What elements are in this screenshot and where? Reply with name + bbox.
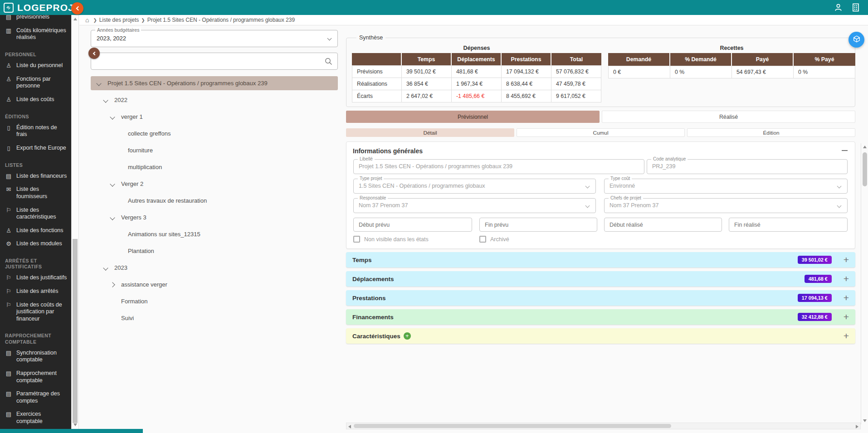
expand-plus-icon[interactable]: + <box>844 311 849 322</box>
expand-plus-icon[interactable]: + <box>844 331 849 341</box>
sidebar-collapse-button[interactable] <box>71 2 83 15</box>
sidebar-scrollbar-thumb[interactable] <box>73 239 78 423</box>
tree-item[interactable]: Projet 1.5 Sites CEN - Opérations / prog… <box>91 76 338 90</box>
tree-item[interactable]: Suivi <box>91 311 338 325</box>
tree-item[interactable]: 2023 <box>91 261 338 275</box>
user-account-icon[interactable] <box>834 3 843 12</box>
sidebar-item[interactable]: PERSONNEL <box>0 44 71 59</box>
tree-search-input[interactable] <box>91 53 338 70</box>
tree-item[interactable]: collecte greffons <box>91 126 338 141</box>
mode-tab[interactable]: Détail <box>346 128 514 137</box>
sidebar-item[interactable]: Liste des fonctions <box>0 224 71 238</box>
module-fab-button[interactable] <box>848 32 864 48</box>
fin-prevu-input[interactable]: Fin prévu <box>479 218 597 232</box>
sidebar-item[interactable]: Liste des caractéristiques <box>0 204 71 224</box>
tree-item[interactable]: verger 1 <box>91 110 338 124</box>
organization-icon[interactable] <box>852 3 860 12</box>
non-visible-checkbox[interactable]: Non visible dans les états <box>353 236 429 243</box>
fin-realise-input[interactable]: Fin réalisé <box>729 218 848 232</box>
sidebar-item[interactable]: Liste du personnel <box>0 59 71 73</box>
breadcrumb-link[interactable]: Liste des projets <box>99 17 139 23</box>
sidebar-scrollbar[interactable] <box>71 15 79 429</box>
scroll-left-icon[interactable] <box>348 425 351 428</box>
checkbox-icon[interactable] <box>353 236 360 243</box>
sidebar-item[interactable]: Fonctions par personne <box>0 73 71 93</box>
debut-realise-input[interactable]: Début réalisé <box>604 218 722 232</box>
tree-item[interactable]: Formation <box>91 294 338 308</box>
type-cout-select[interactable]: Type coût Environné <box>604 179 848 194</box>
scroll-down-icon[interactable] <box>73 423 77 426</box>
tree-item[interactable]: fourniture <box>91 143 338 157</box>
accordion-header[interactable]: Caractéristiques + + <box>346 328 855 344</box>
vertical-scrollbar-thumb[interactable] <box>863 152 867 186</box>
tree-expand-icon[interactable] <box>103 265 108 270</box>
tree-item[interactable]: Animations sur sites_12315 <box>91 227 338 241</box>
sidebar-item[interactable]: RAPPROCHEMENT COMPTABLE <box>0 326 71 346</box>
mode-tab[interactable]: Édition <box>687 128 855 137</box>
sidebar-item[interactable]: Liste des coûts <box>0 93 71 107</box>
sidebar-item[interactable]: ARRÊTÉS ET JUSTIFICATIFS <box>0 251 71 271</box>
accordion-header[interactable]: Financements 32 412,88 € + <box>346 309 855 325</box>
budget-years-select[interactable]: Années budgétaires 2023, 2022 <box>91 30 338 47</box>
responsable-select[interactable]: Responsable Nom 37 Prenom 37 <box>353 198 596 213</box>
sidebar-item[interactable]: Liste des financeurs <box>0 170 71 183</box>
expand-plus-icon[interactable]: + <box>844 292 849 303</box>
sidebar-item[interactable]: Liste des justificatifs <box>0 271 71 285</box>
sidebar-item[interactable]: Export fiche Europe <box>0 141 71 155</box>
archive-checkbox[interactable]: Archivé <box>479 236 509 243</box>
tree-item[interactable]: Plantation <box>91 244 338 258</box>
sidebar-item[interactable]: Édition notes de frais <box>0 121 71 141</box>
sidebar-item[interactable]: Coûts kilométriques réalisés <box>0 24 71 44</box>
sidebar-item[interactable]: Paramétrage des comptes <box>0 387 71 408</box>
recettes-header-row: Demandé% DemandéPayé% Payé <box>608 53 855 66</box>
collapse-panel-icon[interactable] <box>842 150 848 151</box>
sidebar-item[interactable]: Exercices comptable <box>0 408 71 428</box>
sidebar-item[interactable]: LISTES <box>0 155 71 170</box>
tree-expand-icon[interactable] <box>110 114 115 119</box>
horizontal-scrollbar-thumb[interactable] <box>354 424 671 428</box>
sidebar-item[interactable]: Synchronisation comptable <box>0 346 71 367</box>
scroll-down-icon[interactable] <box>863 419 867 422</box>
tree-item[interactable]: Vergers 3 <box>91 210 338 224</box>
tree-item[interactable]: 2022 <box>91 93 338 107</box>
accordion-header[interactable]: Temps 39 501,02 € + <box>346 252 855 268</box>
tree-expand-icon[interactable] <box>103 97 108 102</box>
checkbox-icon[interactable] <box>479 236 486 243</box>
chefs-projet-select[interactable]: Chefs de projet Nom 37 Prenom 37 <box>604 198 848 213</box>
tree-item[interactable]: Autres travaux de restauration <box>91 194 338 208</box>
code-analytique-field[interactable]: Code analytique PRJ_239 <box>647 159 848 174</box>
view-tab[interactable]: Réalisé <box>602 111 855 123</box>
expand-plus-icon[interactable]: + <box>844 273 849 284</box>
sidebar-item[interactable]: Rapprochement comptable <box>0 367 71 387</box>
view-tab[interactable]: Prévisionnel <box>346 111 600 123</box>
accordion-header[interactable]: Prestations 17 094,13 € + <box>346 290 855 306</box>
mode-tab[interactable]: Cumul <box>517 128 685 137</box>
tree-expand-icon[interactable] <box>96 81 101 86</box>
libelle-field[interactable]: Libellé Projet 1.5 Sites CEN - Opération… <box>353 159 644 174</box>
tree-expand-icon[interactable] <box>110 181 115 186</box>
main-vertical-scrollbar[interactable] <box>861 143 868 424</box>
debut-prevu-input[interactable]: Début prévu <box>353 218 472 232</box>
tree-expand-icon[interactable] <box>110 215 115 220</box>
tree-collapse-button[interactable] <box>88 48 100 59</box>
add-item-icon[interactable]: + <box>404 332 411 340</box>
type-projet-select[interactable]: Type projet 1.5 Sites CEN - Opérations /… <box>353 179 596 194</box>
tree-item[interactable]: assistance verger <box>91 277 338 292</box>
sidebar-item[interactable]: Liste des fournisseurs <box>0 183 71 203</box>
expand-plus-icon[interactable]: + <box>844 254 849 265</box>
sidebar-item[interactable]: prévisionnels <box>0 15 71 24</box>
field-label: Chefs de projet <box>609 195 643 200</box>
home-icon[interactable]: ⌂ <box>85 16 89 24</box>
sidebar-item[interactable]: Liste des modules <box>0 237 71 251</box>
tree-item[interactable]: multiplication <box>91 160 338 174</box>
sidebar-item[interactable]: ÉDITIONS <box>0 107 71 121</box>
sidebar-item[interactable]: Liste des coûts de justification par fin… <box>0 298 71 326</box>
main-horizontal-scrollbar[interactable] <box>346 423 861 429</box>
scroll-up-icon[interactable] <box>863 146 867 148</box>
scroll-up-icon[interactable] <box>73 18 77 20</box>
tree-item[interactable]: Verger 2 <box>91 177 338 191</box>
scroll-right-icon[interactable] <box>856 425 858 428</box>
tree-expand-icon[interactable] <box>110 282 115 287</box>
sidebar-item[interactable]: Liste des arrêtés <box>0 285 71 298</box>
accordion-header[interactable]: Déplacements 481,68 € + <box>346 271 855 287</box>
